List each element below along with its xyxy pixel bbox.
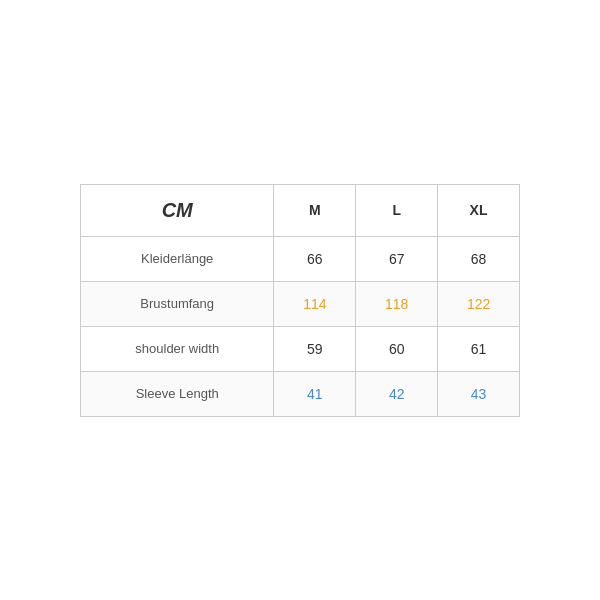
row-label: Sleeve Length — [81, 371, 274, 416]
unit-header: CM — [81, 184, 274, 236]
table-cell: 122 — [438, 281, 520, 326]
size-m-header: M — [274, 184, 356, 236]
table-cell: 118 — [356, 281, 438, 326]
row-label: Brustumfang — [81, 281, 274, 326]
table-row: shoulder width596061 — [81, 326, 520, 371]
table-row: Sleeve Length414243 — [81, 371, 520, 416]
row-label: shoulder width — [81, 326, 274, 371]
table-cell: 114 — [274, 281, 356, 326]
table-row: Brustumfang114118122 — [81, 281, 520, 326]
table-cell: 66 — [274, 236, 356, 281]
table-cell: 61 — [438, 326, 520, 371]
table-cell: 43 — [438, 371, 520, 416]
table-cell: 42 — [356, 371, 438, 416]
size-table-container: CM M L XL Kleiderlänge666768Brustumfang1… — [80, 184, 520, 417]
table-cell: 41 — [274, 371, 356, 416]
table-cell: 67 — [356, 236, 438, 281]
table-cell: 60 — [356, 326, 438, 371]
table-row: Kleiderlänge666768 — [81, 236, 520, 281]
size-xl-header: XL — [438, 184, 520, 236]
table-cell: 59 — [274, 326, 356, 371]
size-l-header: L — [356, 184, 438, 236]
row-label: Kleiderlänge — [81, 236, 274, 281]
size-table: CM M L XL Kleiderlänge666768Brustumfang1… — [80, 184, 520, 417]
table-cell: 68 — [438, 236, 520, 281]
